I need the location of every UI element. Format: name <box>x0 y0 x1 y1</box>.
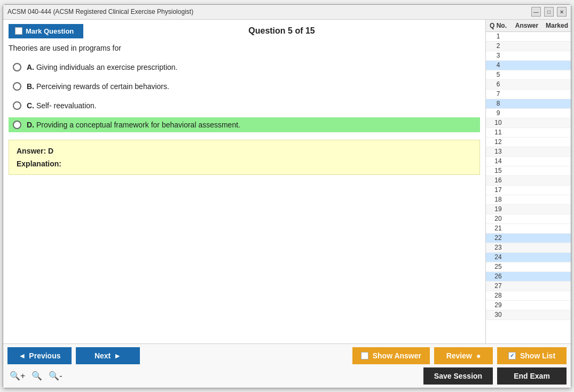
question-list-item[interactable]: 29 <box>486 301 571 310</box>
question-list-item[interactable]: 19 <box>486 205 571 214</box>
answer-box: Answer: D Explanation: <box>9 140 480 175</box>
bottom-bar: ◄ Previous Next ► Show Answer Review ● S… <box>3 343 571 388</box>
question-list-item[interactable]: 11 <box>486 128 571 138</box>
radio-c[interactable] <box>13 101 21 110</box>
mark-question-button[interactable]: Mark Question <box>9 24 83 38</box>
zoom-in-button[interactable]: 🔍+ <box>7 370 27 382</box>
header-answer: Answer <box>509 22 544 29</box>
save-session-label: Save Session <box>434 372 482 380</box>
show-list-checkbox-icon <box>508 352 516 359</box>
question-list-item[interactable]: 12 <box>486 138 571 147</box>
question-list-item[interactable]: 26 <box>486 272 571 282</box>
header-marked: Marked <box>544 22 570 29</box>
question-list-item[interactable]: 15 <box>486 166 571 176</box>
question-list-item[interactable]: 18 <box>486 195 571 205</box>
question-list-item[interactable]: 30 <box>486 310 571 320</box>
q-num: 20 <box>487 215 509 222</box>
question-list-item[interactable]: 5 <box>486 70 571 80</box>
explanation-line: Explanation: <box>17 159 472 168</box>
question-list-item[interactable]: 8 <box>486 99 571 109</box>
q-num: 10 <box>487 119 509 126</box>
question-list-item[interactable]: 16 <box>486 176 571 186</box>
question-list-item[interactable]: 22 <box>486 234 571 243</box>
question-list-item[interactable]: 13 <box>486 147 571 157</box>
radio-d[interactable] <box>13 121 21 129</box>
review-button[interactable]: Review ● <box>434 347 493 364</box>
question-list-item[interactable]: 3 <box>486 51 571 61</box>
question-list-item[interactable]: 21 <box>486 224 571 234</box>
show-answer-button[interactable]: Show Answer <box>352 347 430 364</box>
question-list-item[interactable]: 24 <box>486 253 571 262</box>
q-num: 11 <box>487 129 509 136</box>
q-num: 17 <box>487 186 509 194</box>
title-bar: ACSM 040-444 (ACSM Registered Clinical E… <box>3 5 571 20</box>
q-num: 16 <box>487 177 509 184</box>
zoom-reset-button[interactable]: 🔍 <box>29 370 44 382</box>
q-num: 1 <box>487 33 509 40</box>
window-title: ACSM 040-444 (ACSM Registered Clinical E… <box>7 8 193 15</box>
previous-button[interactable]: ◄ Previous <box>7 347 72 364</box>
question-list-item[interactable]: 4 <box>486 61 571 70</box>
question-list-item[interactable]: 9 <box>486 109 571 118</box>
option-a[interactable]: A. Giving individuals an exercise prescr… <box>9 60 480 75</box>
close-button[interactable]: ✕ <box>557 7 567 17</box>
q-num: 2 <box>487 42 509 50</box>
q-num: 26 <box>487 273 509 280</box>
q-num: 7 <box>487 90 509 98</box>
top-bar: Mark Question Question 5 of 15 <box>9 24 480 38</box>
question-title: Question 5 of 15 <box>83 26 480 36</box>
q-num: 15 <box>487 167 509 174</box>
question-list-item[interactable]: 23 <box>486 243 571 253</box>
next-label: Next <box>95 351 111 360</box>
q-num: 30 <box>487 311 509 318</box>
minimize-button[interactable]: — <box>531 7 541 17</box>
q-num: 9 <box>487 109 509 117</box>
option-b[interactable]: B. Perceiving rewards of certain behavio… <box>9 79 480 94</box>
end-exam-button[interactable]: End Exam <box>497 367 567 385</box>
question-list-item[interactable]: 7 <box>486 90 571 99</box>
mark-question-label: Mark Question <box>26 27 74 35</box>
option-d[interactable]: D. Providing a conceptual framework for … <box>9 117 480 132</box>
q-num: 25 <box>487 263 509 270</box>
question-list-item[interactable]: 14 <box>486 157 571 166</box>
option-b-text: B. Perceiving rewards of certain behavio… <box>27 82 169 91</box>
question-list-item[interactable]: 1 <box>486 32 571 42</box>
save-session-button[interactable]: Save Session <box>423 367 493 385</box>
bottom-row2: 🔍+ 🔍 🔍- Save Session End Exam <box>7 367 567 385</box>
question-list-item[interactable]: 2 <box>486 42 571 51</box>
main-panel: Mark Question Question 5 of 15 Theories … <box>3 20 485 343</box>
question-list-item[interactable]: 25 <box>486 262 571 272</box>
next-button[interactable]: Next ► <box>76 347 140 364</box>
previous-label: Previous <box>29 351 60 360</box>
q-num: 14 <box>487 157 509 165</box>
q-num: 19 <box>487 205 509 213</box>
zoom-out-button[interactable]: 🔍- <box>46 370 64 382</box>
q-num: 4 <box>487 61 509 69</box>
option-d-text: D. Providing a conceptual framework for … <box>27 121 240 129</box>
prev-arrow-icon: ◄ <box>19 351 26 360</box>
question-text: Theories are used in programs for <box>9 44 480 52</box>
show-list-button[interactable]: Show List <box>497 347 567 364</box>
end-exam-label: End Exam <box>514 372 550 380</box>
option-c[interactable]: C. Self- reevaluation. <box>9 98 480 113</box>
maximize-button[interactable]: □ <box>544 7 554 17</box>
q-num: 18 <box>487 196 509 203</box>
q-num: 5 <box>487 71 509 78</box>
option-c-text: C. Self- reevaluation. <box>27 101 97 110</box>
question-list-item[interactable]: 20 <box>486 214 571 224</box>
q-num: 23 <box>487 244 509 251</box>
q-num: 21 <box>487 225 509 232</box>
option-a-text: A. Giving individuals an exercise prescr… <box>27 63 177 71</box>
review-dot-icon: ● <box>476 351 481 360</box>
q-num: 29 <box>487 301 509 309</box>
question-list-item[interactable]: 6 <box>486 80 571 90</box>
header-qno: Q No. <box>487 22 509 29</box>
question-list-item[interactable]: 28 <box>486 291 571 301</box>
question-list[interactable]: 1 2 3 4 5 6 7 8 <box>486 32 571 343</box>
question-list-item[interactable]: 27 <box>486 282 571 291</box>
question-list-item[interactable]: 17 <box>486 186 571 195</box>
radio-a[interactable] <box>13 63 21 71</box>
radio-b[interactable] <box>13 82 21 91</box>
question-list-item[interactable]: 10 <box>486 118 571 128</box>
window-controls: — □ ✕ <box>531 7 567 17</box>
